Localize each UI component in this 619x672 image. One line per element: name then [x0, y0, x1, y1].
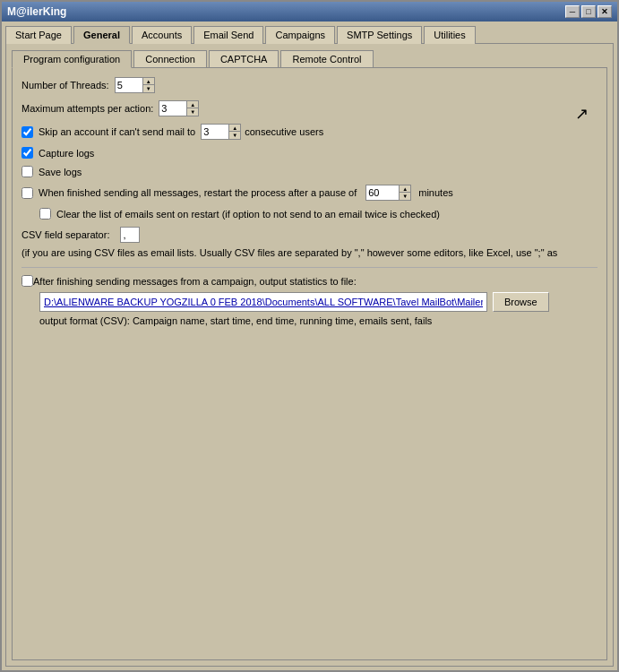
max-attempts-row: Maximum attempts per action: ▲ ▼: [21, 100, 598, 116]
tab-campaigns[interactable]: Campaigns: [265, 26, 335, 44]
max-attempts-down-btn[interactable]: ▼: [187, 108, 198, 116]
skip-spinner-btns: ▲ ▼: [228, 125, 240, 139]
threads-up-btn[interactable]: ▲: [143, 78, 154, 85]
max-attempts-spinner: ▲ ▼: [159, 100, 199, 116]
browse-button[interactable]: Browse: [493, 292, 549, 312]
capture-logs-row: Capture logs: [21, 147, 598, 159]
skip-checkbox[interactable]: [21, 126, 33, 138]
threads-spinner-btns: ▲ ▼: [142, 78, 154, 92]
csv-info-text: (if you are using CSV files as email lis…: [21, 246, 598, 260]
tab-captcha[interactable]: CAPTCHA: [209, 50, 279, 68]
skip-suffix: consecutive users: [245, 126, 323, 137]
threads-input[interactable]: [116, 78, 142, 92]
restart-label: When finished sending all messages, rest…: [39, 187, 357, 198]
skip-row: Skip an account if can't send mail to ▲ …: [21, 124, 598, 140]
max-attempts-input[interactable]: [159, 101, 186, 116]
csv-sep-label: CSV field separator:: [21, 229, 109, 240]
restart-spinner-btns: ▲ ▼: [399, 185, 410, 200]
tab-utilities[interactable]: Utilities: [424, 26, 475, 44]
tab-general[interactable]: General: [73, 26, 130, 44]
csv-sep-input[interactable]: [120, 227, 140, 243]
restart-row: When finished sending all messages, rest…: [21, 185, 598, 201]
title-bar-buttons: ─ □ ✕: [565, 5, 612, 18]
main-tabs: Start Page General Accounts Email Send C…: [2, 22, 617, 43]
minimize-button[interactable]: ─: [565, 5, 580, 18]
tab-remote-control[interactable]: Remote Control: [280, 50, 373, 68]
tab-start-page[interactable]: Start Page: [5, 26, 72, 44]
sub-content: ↗ Number of Threads: ▲ ▼ Maximum attempt…: [12, 67, 607, 660]
capture-logs-label: Capture logs: [39, 148, 94, 159]
save-logs-row: Save logs: [21, 166, 598, 177]
restart-down-btn[interactable]: ▼: [400, 193, 410, 200]
tab-email-send[interactable]: Email Send: [193, 26, 263, 44]
threads-down-btn[interactable]: ▼: [143, 85, 154, 92]
max-attempts-label: Maximum attempts per action:: [21, 103, 153, 114]
stats-checkbox[interactable]: [21, 275, 33, 287]
window-title: M@ilerKing: [7, 5, 66, 18]
capture-logs-checkbox[interactable]: [21, 147, 33, 159]
stats-row: After finishing sending messages from a …: [21, 275, 598, 287]
file-path-input[interactable]: [39, 292, 487, 312]
content-area: Program configuration Connection CAPTCHA…: [5, 43, 614, 667]
sub-tabs: Program configuration Connection CAPTCHA…: [12, 49, 607, 67]
restart-input[interactable]: [366, 185, 399, 200]
divider: [21, 267, 598, 268]
skip-up-btn[interactable]: ▲: [229, 125, 240, 132]
close-button[interactable]: ✕: [598, 5, 612, 18]
skip-input[interactable]: [202, 125, 228, 139]
maximize-button[interactable]: □: [581, 5, 596, 18]
save-logs-label: Save logs: [39, 167, 82, 177]
tab-connection[interactable]: Connection: [133, 50, 207, 68]
threads-spinner: ▲ ▼: [115, 77, 155, 93]
tab-smtp-settings[interactable]: SMTP Settings: [337, 26, 422, 44]
csv-sep-row: CSV field separator:: [21, 227, 598, 243]
clear-list-label: Clear the list of emails sent on restart…: [56, 209, 440, 220]
restart-checkbox[interactable]: [21, 187, 33, 199]
skip-label: Skip an account if can't send mail to: [39, 126, 195, 137]
file-input-row: Browse: [39, 292, 598, 312]
save-logs-checkbox[interactable]: [21, 166, 33, 177]
restart-suffix: minutes: [418, 187, 453, 198]
stats-label: After finishing sending messages from a …: [33, 276, 357, 287]
skip-down-btn[interactable]: ▼: [229, 132, 240, 139]
restart-spinner: ▲ ▼: [365, 185, 411, 201]
clear-list-checkbox[interactable]: [39, 208, 51, 220]
threads-label: Number of Threads:: [21, 80, 109, 90]
skip-spinner: ▲ ▼: [201, 124, 241, 140]
max-attempts-up-btn[interactable]: ▲: [187, 101, 198, 108]
window-frame: M@ilerKing ─ □ ✕ Start Page General Acco…: [0, 0, 619, 672]
restart-up-btn[interactable]: ▲: [400, 185, 410, 193]
title-bar: M@ilerKing ─ □ ✕: [2, 2, 617, 22]
tab-accounts[interactable]: Accounts: [132, 26, 192, 44]
threads-row: Number of Threads: ▲ ▼: [21, 77, 598, 93]
clear-list-row: Clear the list of emails sent on restart…: [39, 208, 598, 220]
tab-program-config[interactable]: Program configuration: [12, 50, 132, 68]
max-attempts-spinner-btns: ▲ ▼: [186, 101, 198, 116]
output-format-text: output format (CSV): Campaign name, star…: [39, 315, 598, 326]
